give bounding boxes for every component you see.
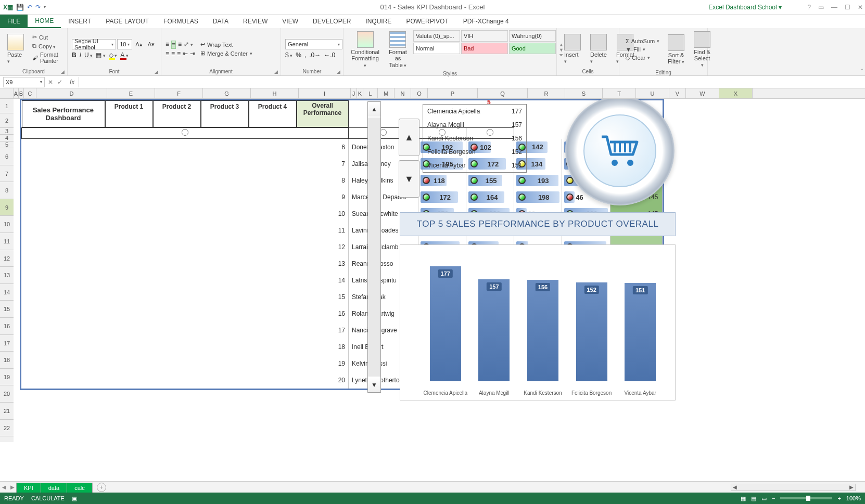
align-middle-button[interactable]: ≡ xyxy=(171,41,176,49)
cancel-formula-icon[interactable]: ✕ xyxy=(48,79,53,86)
font-size-combo[interactable]: 10▾ xyxy=(117,39,132,49)
sheet-tab-calc[interactable]: calc xyxy=(67,483,93,493)
tab-page-layout[interactable]: PAGE LAYOUT xyxy=(98,15,156,28)
comma-format-button[interactable]: , xyxy=(304,51,306,59)
scroll-up-icon[interactable]: ▲ xyxy=(368,102,380,117)
paste-button[interactable]: Paste xyxy=(4,30,27,68)
view-normal-icon[interactable]: ▦ xyxy=(741,495,746,502)
col-header-A[interactable]: A xyxy=(14,88,19,98)
row-header-11[interactable]: 11 xyxy=(0,233,14,250)
row-header-1[interactable]: 1 xyxy=(0,99,14,113)
align-bottom-button[interactable]: ≡ xyxy=(178,41,182,49)
percent-format-button[interactable]: % xyxy=(296,51,301,59)
autosum-button[interactable]: ΣAutoSum xyxy=(624,37,662,45)
col-header-R[interactable]: R xyxy=(528,88,565,98)
indent-increase-button[interactable]: ⇥ xyxy=(190,50,195,57)
new-sheet-button[interactable]: + xyxy=(97,483,106,492)
zoom-out-icon[interactable]: − xyxy=(772,495,775,501)
copy-button[interactable]: ⧉Copy xyxy=(30,42,63,50)
tab-data[interactable]: DATA xyxy=(206,15,236,28)
row-header-13[interactable]: 13 xyxy=(0,267,14,284)
col-header-L[interactable]: L xyxy=(363,88,378,98)
row-header-8[interactable]: 8 xyxy=(0,182,14,199)
row-header-9[interactable]: 9 xyxy=(0,199,14,216)
close-icon[interactable]: ✕ xyxy=(858,4,863,11)
qat-customize-icon[interactable]: ▾ xyxy=(44,5,46,9)
cut-button[interactable]: ✂Cut xyxy=(30,33,63,41)
view-page-layout-icon[interactable]: ▤ xyxy=(751,495,756,502)
col-header-D[interactable]: D xyxy=(36,88,107,98)
row-header-7[interactable]: 7 xyxy=(0,165,14,183)
align-top-button[interactable]: ≡ xyxy=(166,41,169,49)
col-header-W[interactable]: W xyxy=(686,88,719,98)
bold-button[interactable]: B xyxy=(72,51,77,59)
tab-insert[interactable]: INSERT xyxy=(61,15,98,28)
col-header-Q[interactable]: Q xyxy=(478,88,528,98)
merge-center-button[interactable]: ⊞Merge & Center xyxy=(198,49,255,57)
col-header-F[interactable]: F xyxy=(155,88,203,98)
grid-area[interactable]: Sales Performance Dashboard Product 1 Pr… xyxy=(14,99,865,442)
find-select-button[interactable]: Find & Select xyxy=(691,30,714,69)
format-painter-button[interactable]: 🖌Format Painter xyxy=(30,51,63,64)
font-family-combo[interactable]: Segoe UI Semibol▾ xyxy=(72,39,116,49)
maximize-icon[interactable]: ☐ xyxy=(845,4,850,11)
grow-font-button[interactable]: A▴ xyxy=(133,39,144,49)
fill-button[interactable]: ▼Fill xyxy=(624,46,662,53)
tab-home[interactable]: HOME xyxy=(28,15,61,28)
dialog-launcher-icon[interactable]: ◢ xyxy=(274,69,279,74)
col-header-C[interactable]: C xyxy=(24,88,36,98)
redo-icon[interactable]: ↷ xyxy=(35,4,41,11)
dialog-launcher-icon[interactable]: ◢ xyxy=(337,69,342,74)
align-left-button[interactable]: ≡ xyxy=(166,50,169,57)
enter-formula-icon[interactable]: ✓ xyxy=(57,79,62,86)
spinner-up-button[interactable]: ▲ xyxy=(399,119,419,156)
cell-styles-gallery[interactable]: Valuta (0)_sp... VIH Währung(0) Normal B… xyxy=(413,30,556,70)
formula-input[interactable] xyxy=(79,77,865,87)
style-vih[interactable]: VIH xyxy=(461,30,508,42)
sheet-nav-first-icon[interactable]: ◀ xyxy=(0,484,8,490)
sheet-tab-data[interactable]: data xyxy=(41,483,67,493)
zoom-level[interactable]: 100% xyxy=(846,495,861,501)
wrap-text-button[interactable]: ↩Wrap Text xyxy=(198,41,255,48)
col-header-M[interactable]: M xyxy=(378,88,395,98)
font-color-button[interactable]: A xyxy=(120,51,129,59)
style-valuta[interactable]: Valuta (0)_sp... xyxy=(413,30,460,42)
style-normal[interactable]: Normal xyxy=(413,43,460,54)
tab-file[interactable]: FILE xyxy=(0,15,28,28)
tab-powerpivot[interactable]: POWERPIVOT xyxy=(399,15,455,28)
name-box[interactable]: X9▾ xyxy=(3,77,45,87)
orientation-button[interactable]: ⤢ xyxy=(184,41,193,49)
fill-color-button[interactable]: ◇ xyxy=(109,51,118,59)
col-header-X[interactable]: X xyxy=(719,88,753,98)
ribbon-options-icon[interactable]: ▭ xyxy=(818,4,824,11)
row-header-18[interactable]: 18 xyxy=(0,352,14,369)
scroll-down-icon[interactable]: ▼ xyxy=(368,378,380,392)
underline-button[interactable]: U xyxy=(84,51,93,59)
row-header-4[interactable]: 4 xyxy=(0,135,14,141)
row-header-21[interactable]: 21 xyxy=(0,403,14,420)
col-header-E[interactable]: E xyxy=(107,88,155,98)
col-header-V[interactable]: V xyxy=(669,88,686,98)
select-all-corner[interactable] xyxy=(0,88,14,98)
style-good[interactable]: Good xyxy=(509,43,556,54)
row-header-17[interactable]: 17 xyxy=(0,335,14,352)
format-as-table-button[interactable]: Format as Table xyxy=(386,30,410,70)
align-center-button[interactable]: ≡ xyxy=(171,50,175,57)
row-header-15[interactable]: 15 xyxy=(0,301,14,318)
save-icon[interactable]: 💾 xyxy=(16,4,24,11)
tab-review[interactable]: REVIEW xyxy=(236,15,275,28)
zoom-in-icon[interactable]: + xyxy=(837,495,841,501)
indent-decrease-button[interactable]: ⇤ xyxy=(183,50,188,57)
macro-record-icon[interactable]: ▣ xyxy=(72,495,77,502)
tab-pdf-xchange[interactable]: PDF-XChange 4 xyxy=(456,15,516,28)
hscroll-right-icon[interactable]: ▶ xyxy=(848,484,855,490)
insert-cells-button[interactable]: Insert xyxy=(561,30,584,68)
row-header-6[interactable]: 6 xyxy=(0,148,14,165)
scroll-track[interactable] xyxy=(368,118,380,377)
view-page-break-icon[interactable]: ▭ xyxy=(761,495,767,502)
col-header-J[interactable]: J xyxy=(351,88,357,98)
row-header-3[interactable]: 3 xyxy=(0,128,14,135)
row-header-5[interactable]: 5 xyxy=(0,141,14,148)
row-header-14[interactable]: 14 xyxy=(0,284,14,301)
tab-inquire[interactable]: INQUIRE xyxy=(358,15,399,28)
